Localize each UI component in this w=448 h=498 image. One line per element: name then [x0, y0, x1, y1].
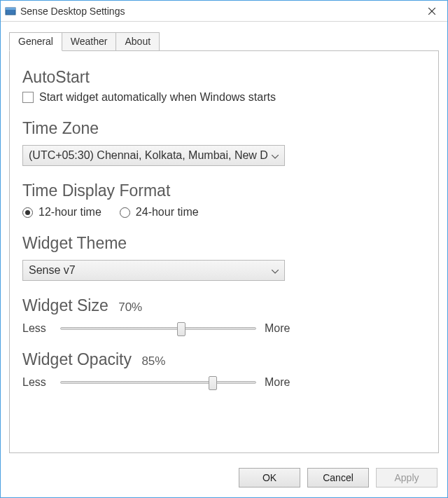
close-button[interactable]	[416, 1, 447, 21]
chevron-down-icon	[267, 264, 279, 277]
autostart-checkbox-label: Start widget automatically when Windows …	[39, 91, 276, 104]
tab-panel-general: AutoStart Start widget automatically whe…	[9, 50, 439, 453]
section-timeformat: Time Display Format 12-hour time 24-hour…	[22, 181, 426, 219]
radio-12hour-label: 12-hour time	[38, 206, 102, 219]
dialog-buttons: OK Cancel Apply	[239, 468, 438, 487]
settings-window: Sense Desktop Settings General Weather A…	[0, 0, 448, 498]
tab-general[interactable]: General	[9, 32, 62, 51]
section-opacity: Widget Opacity 85% Less More	[22, 350, 426, 389]
timezone-dropdown[interactable]: (UTC+05:30) Chennai, Kolkata, Mumbai, Ne…	[22, 145, 285, 166]
ok-button[interactable]: OK	[239, 468, 300, 487]
apply-button[interactable]: Apply	[376, 468, 438, 487]
size-value: 70%	[118, 300, 142, 314]
section-autostart: AutoStart Start widget automatically whe…	[22, 68, 426, 104]
radio-12hour[interactable]: 12-hour time	[22, 206, 102, 219]
theme-dropdown[interactable]: Sense v7	[22, 260, 285, 281]
opacity-slider[interactable]	[60, 381, 256, 384]
radio-24hour-label: 24-hour time	[136, 206, 199, 219]
timezone-title: Time Zone	[22, 119, 426, 138]
content-area: General Weather About AutoStart Start wi…	[1, 22, 447, 497]
tab-about[interactable]: About	[115, 32, 160, 51]
size-slider-thumb[interactable]	[177, 322, 186, 336]
section-timezone: Time Zone (UTC+05:30) Chennai, Kolkata, …	[22, 119, 426, 166]
radio-12hour-button[interactable]	[22, 207, 33, 218]
chevron-down-icon	[267, 149, 279, 162]
cancel-button[interactable]: Cancel	[307, 468, 369, 487]
autostart-title: AutoStart	[22, 68, 426, 87]
opacity-less-label: Less	[22, 376, 52, 389]
window-title: Sense Desktop Settings	[20, 6, 416, 17]
size-slider[interactable]	[60, 327, 256, 330]
titlebar[interactable]: Sense Desktop Settings	[1, 1, 447, 22]
opacity-title: Widget Opacity	[22, 350, 132, 368]
opacity-slider-thumb[interactable]	[209, 376, 217, 390]
size-more-label: More	[265, 322, 290, 335]
timeformat-radio-group: 12-hour time 24-hour time	[22, 206, 426, 219]
svg-rect-1	[6, 8, 15, 10]
section-size: Widget Size 70% Less More	[22, 296, 426, 335]
app-icon	[5, 6, 16, 17]
radio-24hour[interactable]: 24-hour time	[120, 206, 199, 219]
autostart-checkbox-row[interactable]: Start widget automatically when Windows …	[22, 91, 426, 104]
theme-selected: Sense v7	[29, 264, 267, 277]
autostart-checkbox[interactable]	[22, 92, 34, 103]
timeformat-title: Time Display Format	[22, 181, 426, 200]
tab-strip: General Weather About	[9, 32, 439, 50]
section-theme: Widget Theme Sense v7	[22, 234, 426, 281]
opacity-more-label: More	[265, 376, 290, 389]
close-icon	[428, 8, 435, 15]
radio-24hour-button[interactable]	[120, 207, 130, 218]
size-title: Widget Size	[22, 296, 108, 314]
size-less-label: Less	[22, 322, 52, 335]
opacity-value: 85%	[141, 354, 165, 368]
timezone-selected: (UTC+05:30) Chennai, Kolkata, Mumbai, Ne…	[29, 149, 267, 162]
tab-weather[interactable]: Weather	[62, 32, 117, 51]
theme-title: Widget Theme	[22, 234, 426, 253]
